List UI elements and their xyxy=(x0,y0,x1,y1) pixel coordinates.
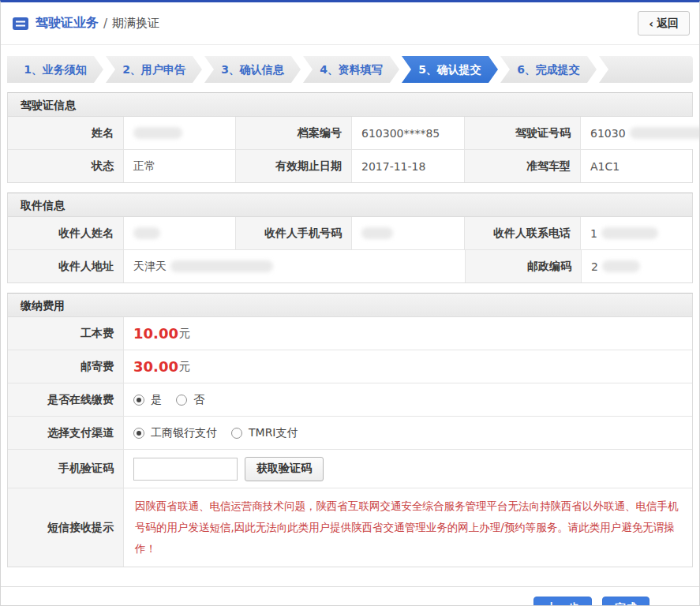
table-row: 选择支付渠道 工商银行支付 TMRI支付 xyxy=(8,416,692,449)
step-5-confirm-submit-active: 5、确认提交 xyxy=(402,56,498,83)
postcode-value: 2 xyxy=(582,250,692,282)
redacted-name xyxy=(133,127,182,139)
section-pickup-info: 取件信息 收件人姓名 收件人手机号码 收件人联系电话 1 收件人地址 天津天 邮… xyxy=(7,193,693,283)
work-fee-value: 10.00 元 xyxy=(124,317,692,350)
radio-online-pay-no-label[interactable]: 否 xyxy=(193,393,204,407)
redacted-mobile xyxy=(361,227,393,239)
header: 驾驶证业务 / 期满换证 ‹ 返回 xyxy=(1,2,699,45)
section-license-title: 驾驶证信息 xyxy=(8,93,692,117)
step-bar-filler xyxy=(599,56,693,83)
get-sms-code-button[interactable]: 获取验证码 xyxy=(245,457,324,481)
table-row: 收件人姓名 收件人手机号码 收件人联系电话 1 xyxy=(8,217,692,249)
sms-notice-label: 短信接收提示 xyxy=(8,488,124,567)
file-number-label: 档案编号 xyxy=(236,117,352,149)
redacted-phone xyxy=(601,227,658,239)
work-fee-amount: 10.00 xyxy=(133,325,178,342)
sms-notice-value: 因陕西省联通、电信运营商技术问题，陕西省互联网交通安全综合服务管理平台无法向持陕… xyxy=(124,488,692,567)
license-number-label: 驾驶证号码 xyxy=(465,117,581,149)
step-4-fill-data: 4、资料填写 xyxy=(303,56,399,83)
recipient-phone-value: 1 xyxy=(581,217,692,249)
redacted-postcode xyxy=(602,260,640,272)
table-row: 状态 正常 有效期止日期 2017-11-18 准驾车型 A1C1 xyxy=(8,149,692,182)
radio-online-pay-no[interactable] xyxy=(176,395,187,406)
vehicle-class-value: A1C1 xyxy=(581,150,692,182)
sms-code-field: 获取验证码 xyxy=(124,450,692,488)
step-6-complete-submit: 6、完成提交 xyxy=(500,56,597,83)
license-number-value: 61030 xyxy=(581,117,700,149)
section-pickup-title: 取件信息 xyxy=(8,193,692,217)
section-license-info: 驾驶证信息 姓名 档案编号 610300****85 驾驶证号码 61030 状… xyxy=(7,92,693,183)
finish-button[interactable]: 完成 xyxy=(602,597,649,606)
status-value: 正常 xyxy=(124,150,236,182)
wizard-steps: 1、业务须知 2、用户申告 3、确认信息 4、资料填写 5、确认提交 6、完成提… xyxy=(7,56,693,83)
redacted-recipient-name xyxy=(133,227,160,239)
recipient-address-label: 收件人地址 xyxy=(8,250,124,282)
sms-code-input[interactable] xyxy=(133,458,238,481)
breadcrumb-current: 期满换证 xyxy=(112,16,159,31)
expiry-date-label: 有效期止日期 xyxy=(236,150,352,182)
page-title: 驾驶证业务 xyxy=(36,15,99,32)
redacted-license-number xyxy=(630,127,700,139)
back-button-label: 返回 xyxy=(657,17,679,31)
recipient-mobile-value xyxy=(352,217,465,249)
chevron-left-icon: ‹ xyxy=(649,17,653,30)
footer-actions: 上一步 完成 xyxy=(1,586,699,606)
table-row: 短信接收提示 因陕西省联通、电信运营商技术问题，陕西省互联网交通安全综合服务管理… xyxy=(8,488,692,567)
back-button[interactable]: ‹ 返回 xyxy=(638,11,690,36)
section-payment-title: 缴纳费用 xyxy=(8,294,692,317)
page: 驾驶证业务 / 期满换证 ‹ 返回 1、业务须知 2、用户申告 3、确认信息 4… xyxy=(0,0,700,606)
work-fee-unit: 元 xyxy=(179,327,190,341)
name-label: 姓名 xyxy=(8,117,124,149)
postage-fee-amount: 30.00 xyxy=(133,358,178,375)
pay-channel-label: 选择支付渠道 xyxy=(8,417,124,449)
radio-online-pay-yes[interactable] xyxy=(133,395,144,406)
radio-channel-icbc-label[interactable]: 工商银行支付 xyxy=(151,426,217,440)
vehicle-class-label: 准驾车型 xyxy=(465,150,581,182)
recipient-address-value: 天津天 xyxy=(124,250,466,282)
recipient-phone-label: 收件人联系电话 xyxy=(465,217,581,249)
step-2-user-declaration: 2、用户申告 xyxy=(106,56,202,83)
expiry-date-value: 2017-11-18 xyxy=(352,150,465,182)
work-fee-label: 工本费 xyxy=(8,317,124,350)
status-label: 状态 xyxy=(8,150,124,182)
form-list-icon xyxy=(12,17,29,31)
sms-code-label: 手机验证码 xyxy=(8,450,124,488)
radio-channel-tmri-label[interactable]: TMRI支付 xyxy=(249,426,298,440)
postage-fee-label: 邮寄费 xyxy=(8,350,124,383)
radio-channel-tmri[interactable] xyxy=(231,428,242,439)
postage-fee-value: 30.00 元 xyxy=(124,350,692,383)
section-payment: 缴纳费用 工本费 10.00 元 邮寄费 30.00 元 是否在线缴费 是 否 xyxy=(7,293,693,567)
table-row: 手机验证码 获取验证码 xyxy=(8,449,692,488)
table-row: 收件人地址 天津天 邮政编码 2 xyxy=(8,249,692,282)
online-pay-label: 是否在线缴费 xyxy=(8,383,124,416)
table-row: 姓名 档案编号 610300****85 驾驶证号码 61030 xyxy=(8,117,692,149)
recipient-name-value xyxy=(124,217,236,249)
postage-fee-unit: 元 xyxy=(179,360,190,374)
previous-step-button[interactable]: 上一步 xyxy=(533,597,592,606)
step-3-confirm-info: 3、确认信息 xyxy=(204,56,301,83)
sms-notice-text: 因陕西省联通、电信运营商技术问题，陕西省互联网交通安全综合服务管理平台无法向持陕… xyxy=(135,496,681,559)
name-value xyxy=(124,117,236,149)
online-pay-options: 是 否 xyxy=(124,383,692,416)
recipient-name-label: 收件人姓名 xyxy=(8,217,124,249)
file-number-value: 610300****85 xyxy=(352,117,465,149)
redacted-address xyxy=(170,260,273,272)
table-row: 是否在线缴费 是 否 xyxy=(8,383,692,416)
radio-channel-icbc[interactable] xyxy=(133,428,144,439)
step-1-business-notice: 1、业务须知 xyxy=(7,56,103,83)
table-row: 工本费 10.00 元 xyxy=(8,317,692,350)
breadcrumb-separator: / xyxy=(103,17,107,31)
table-row: 邮寄费 30.00 元 xyxy=(8,350,692,383)
postcode-label: 邮政编码 xyxy=(466,250,582,282)
recipient-mobile-label: 收件人手机号码 xyxy=(236,217,352,249)
radio-online-pay-yes-label[interactable]: 是 xyxy=(151,393,162,407)
pay-channel-options: 工商银行支付 TMRI支付 xyxy=(124,417,692,449)
